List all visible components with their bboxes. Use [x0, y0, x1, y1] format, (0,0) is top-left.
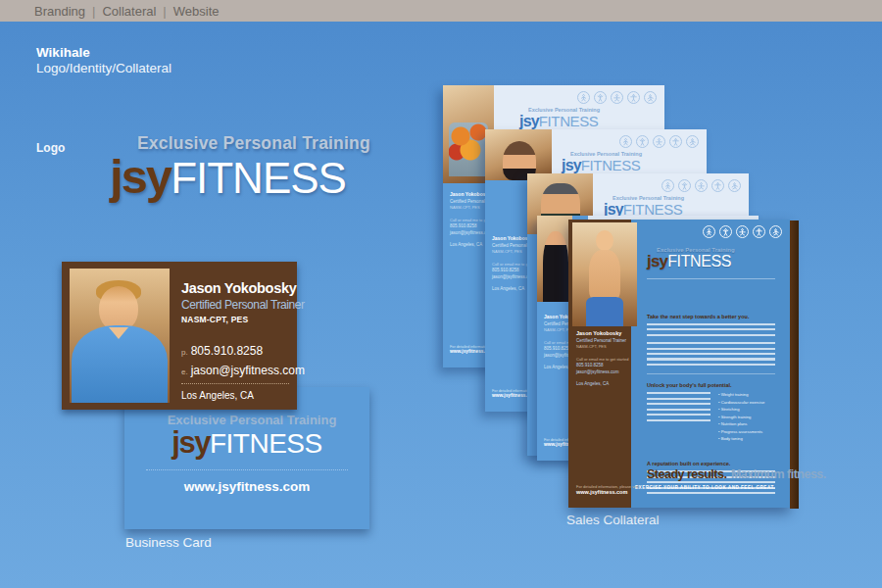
- headline-1: Take the next step towards a better you.: [647, 314, 775, 319]
- sales-sheet-front: Jason Yokobosky Certified Personal Train…: [568, 220, 790, 508]
- card-back-url: www.jsyfitness.com: [124, 479, 369, 494]
- fitness-icon-row: [619, 135, 699, 148]
- fitness-icon-row: [703, 225, 782, 238]
- dotted-divider: [181, 383, 289, 384]
- yoga-pose-icon: [695, 179, 708, 192]
- arms-out-icon: [669, 135, 682, 148]
- runner-icon: [662, 179, 674, 192]
- logo-suffix: FITNESS: [171, 154, 346, 202]
- phone-prefix: p.: [181, 348, 188, 357]
- tagline-light: Maximum fitness.: [731, 467, 826, 481]
- logo-tagline: Exclusive Personal Training: [137, 133, 370, 154]
- jumping-jack-icon: [636, 135, 649, 148]
- sheet-logo: Exclusive Personal Training jsyFITNESS: [562, 151, 642, 174]
- bullet-item: Nutrition plans: [718, 421, 775, 426]
- nav-link-website[interactable]: Website: [173, 4, 220, 19]
- logo-section-label: Logo: [36, 141, 65, 155]
- sprinter-icon: [644, 91, 657, 104]
- body-text-lines: [647, 323, 775, 336]
- card-info: Jason Yokobosky Certified Personal Train…: [181, 280, 291, 401]
- phone-number: 805.910.8258: [191, 344, 263, 358]
- tagline-subline: EXERCISE YOUR ABILITY TO LOOK AND FEEL G…: [635, 485, 775, 490]
- sheet-spine-shadow: [790, 220, 799, 509]
- trainer-photo: [70, 269, 170, 403]
- closing-tagline: Steady results. Maximum fitness.: [647, 465, 775, 482]
- yoga-pose-icon: [653, 135, 665, 148]
- client-name: Wikihale: [36, 45, 90, 60]
- sidebar-name: Jason Yokobosky: [576, 330, 627, 336]
- body-text-lines: [647, 392, 710, 421]
- sprinter-icon: [728, 179, 741, 192]
- trainer-city: Los Angeles, CA: [181, 390, 291, 401]
- business-card-label: Business Card: [125, 535, 212, 550]
- project-title: Logo/Identity/Collateral: [36, 61, 172, 75]
- sheet-logo-prefix: jsy: [562, 157, 581, 173]
- dotted-divider: [146, 469, 348, 470]
- fitness-icon-row: [577, 91, 657, 104]
- nav-link-branding[interactable]: Branding: [34, 4, 85, 19]
- top-nav-bar: Branding|Collateral|Website: [0, 0, 882, 22]
- email-prefix: e.: [181, 368, 188, 376]
- sprinter-icon: [686, 135, 699, 148]
- sheet-logo: Exclusive Personal Training jsyFITNESS: [519, 107, 600, 130]
- tank-top-man-photo: [537, 216, 572, 302]
- trainer-credentials: NASM-CPT, PES: [181, 315, 291, 324]
- sidebar-city: Los Angeles, CA: [576, 381, 627, 386]
- sidebar-contact-block: Jason Yokobosky Certified Personal Train…: [576, 330, 627, 386]
- email-address: jason@jsyfitness.com: [191, 364, 305, 377]
- sheet-logo-suffix: FITNESS: [539, 113, 599, 129]
- bullet-item: Weight training: [718, 392, 775, 397]
- bullet-item: Progress assessments: [718, 429, 775, 434]
- card-back-logo-prefix: jsy: [172, 425, 210, 460]
- body-text-lines: [647, 342, 775, 366]
- card-back-logo-suffix: FITNESS: [210, 428, 322, 459]
- photo-shorts: [586, 297, 623, 326]
- fitness-icon-row: [662, 179, 741, 192]
- trainer-photo-large: [572, 222, 637, 326]
- headline-2: Unlock your body's full potential.: [647, 382, 775, 388]
- bullet-item: Strength training: [718, 415, 775, 419]
- nav-separator: |: [92, 4, 95, 19]
- sidebar-url-block: For detailed information, please visit w…: [576, 484, 639, 495]
- bullet-item: Cardiovascular exercise: [718, 400, 775, 405]
- portfolio-page: Branding|Collateral|Website Wikihale Log…: [0, 0, 882, 588]
- trainer-title: Certified Personal Trainer: [181, 298, 291, 312]
- sheet-logo-suffix: FITNESS: [581, 157, 641, 173]
- email-line: e.jason@jsyfitness.com: [181, 364, 291, 377]
- nav-link-collateral[interactable]: Collateral: [102, 4, 156, 19]
- sidebar-title: Certified Personal Trainer: [576, 338, 627, 343]
- sidebar-phone: 805.910.8258: [576, 363, 627, 368]
- card-contact: p.805.910.8258 e.jason@jsyfitness.com: [181, 344, 291, 377]
- photo-figure: [449, 122, 488, 176]
- arms-out-icon: [711, 179, 724, 192]
- two-column-block: Weight trainingCardiovascular exerciseSt…: [647, 392, 775, 444]
- arms-out-icon: [627, 91, 640, 104]
- arms-out-icon: [753, 225, 765, 238]
- photo-torso: [589, 250, 620, 301]
- runner-icon: [577, 91, 590, 104]
- jumping-jack-icon: [719, 225, 732, 238]
- yoga-pose-icon: [736, 225, 749, 238]
- yoga-pose-icon: [611, 91, 623, 104]
- jsyfitness-logo: Exclusive Personal Training jsyFITNESS: [110, 133, 370, 203]
- sheet-logo: Exclusive Personal Training jsyFITNESS: [647, 247, 735, 270]
- sidebar-url: www.jsyfitness.com: [576, 489, 639, 495]
- divider-rule: [647, 278, 775, 279]
- services-bullet-list: Weight trainingCardiovascular exerciseSt…: [718, 392, 775, 444]
- sales-sheet-body: Exclusive Personal Training jsyFITNESS T…: [631, 220, 790, 508]
- nav-separator: |: [163, 4, 166, 19]
- jumping-jack-icon: [594, 91, 607, 104]
- sheet-logo-prefix: jsy: [519, 113, 539, 129]
- jumping-jack-icon: [678, 179, 691, 192]
- runner-icon: [703, 225, 715, 238]
- sprinter-icon: [769, 225, 782, 238]
- bullet-item: Stretching: [718, 407, 775, 412]
- trainer-name: Jason Yokobosky: [181, 280, 291, 296]
- spacer: [647, 452, 775, 453]
- tagline-bold: Steady results.: [647, 467, 726, 481]
- card-back-tagline: Exclusive Personal Training: [134, 413, 369, 427]
- sheet-logo-prefix: jsy: [647, 252, 667, 270]
- bullet-item: Body toning: [718, 436, 775, 441]
- logo-prefix: jsy: [110, 150, 171, 203]
- business-card-front: Jason Yokobosky Certified Personal Train…: [62, 262, 297, 410]
